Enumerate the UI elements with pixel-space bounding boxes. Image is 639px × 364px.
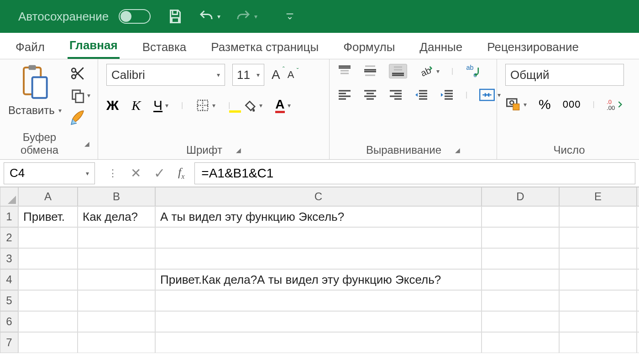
name-box[interactable]: C4 ▾: [4, 162, 95, 184]
align-bottom-button[interactable]: [389, 64, 407, 78]
tab-формулы[interactable]: Формулы: [341, 34, 397, 59]
cell[interactable]: [78, 248, 155, 269]
tab-данные[interactable]: Данные: [418, 34, 464, 59]
save-button[interactable]: [165, 6, 185, 26]
cell[interactable]: [155, 311, 482, 332]
cell[interactable]: [559, 290, 637, 311]
cell[interactable]: [637, 269, 639, 290]
borders-button[interactable]: ▾: [196, 99, 215, 112]
cell[interactable]: [78, 269, 155, 290]
autosave-toggle[interactable]: [119, 9, 151, 24]
decrease-font-button[interactable]: Aˇ: [288, 69, 294, 81]
align-left-button[interactable]: [338, 89, 351, 100]
enter-formula-button[interactable]: ✓: [154, 165, 165, 181]
cell[interactable]: [559, 206, 637, 227]
col-header-blank[interactable]: [637, 187, 639, 206]
percent-button[interactable]: %: [539, 97, 551, 112]
select-all-corner[interactable]: [0, 187, 18, 206]
paste-dropdown-caret[interactable]: ▾: [58, 107, 62, 114]
align-center-button[interactable]: [363, 89, 377, 100]
cell[interactable]: [155, 248, 482, 269]
row-header-3[interactable]: 3: [0, 248, 18, 269]
cell[interactable]: [78, 227, 155, 248]
copy-dropdown-caret[interactable]: ▾: [87, 92, 90, 99]
tab-разметка страницы[interactable]: Разметка страницы: [209, 34, 320, 59]
font-dialog-launcher-icon[interactable]: ◢: [236, 146, 241, 154]
align-top-button[interactable]: [338, 65, 351, 77]
undo-dropdown-caret[interactable]: ▾: [217, 13, 220, 20]
cell[interactable]: [18, 332, 78, 353]
cell[interactable]: Как дела?: [78, 206, 155, 227]
cell[interactable]: [482, 227, 559, 248]
row-header-2[interactable]: 2: [0, 227, 18, 248]
cell[interactable]: [637, 332, 639, 353]
row-header-7[interactable]: 7: [0, 332, 18, 353]
tab-главная[interactable]: Главная: [68, 32, 120, 59]
name-box-caret[interactable]: ▾: [86, 170, 89, 177]
align-middle-button[interactable]: [363, 65, 377, 77]
clipboard-dialog-launcher-icon[interactable]: ◢: [84, 140, 89, 147]
italic-button[interactable]: К: [131, 98, 141, 113]
number-format-combo[interactable]: Общий: [505, 64, 624, 86]
insert-function-button[interactable]: fx: [178, 166, 184, 181]
row-header-5[interactable]: 5: [0, 290, 18, 311]
font-name-combo[interactable]: Calibri ▾: [106, 64, 225, 86]
cell[interactable]: [155, 227, 482, 248]
cell[interactable]: [559, 332, 637, 353]
underline-button[interactable]: Ч▾: [153, 98, 168, 113]
cell[interactable]: [637, 206, 639, 227]
cell[interactable]: [18, 311, 78, 332]
cut-button[interactable]: [70, 66, 90, 81]
cell[interactable]: А ты видел эту функцию Эксель?: [155, 206, 482, 227]
cell[interactable]: [18, 290, 78, 311]
cell[interactable]: [637, 227, 639, 248]
cell[interactable]: [559, 311, 637, 332]
cell[interactable]: Привет.Как дела?А ты видел эту функцию Э…: [155, 269, 482, 290]
cell[interactable]: [637, 248, 639, 269]
cell[interactable]: [482, 290, 559, 311]
col-header-C[interactable]: C: [155, 187, 482, 206]
customize-qat-button[interactable]: [283, 10, 297, 23]
cell[interactable]: [559, 269, 637, 290]
formula-input[interactable]: =A1&B1&C1: [194, 162, 635, 184]
cell[interactable]: [18, 248, 78, 269]
cell[interactable]: [482, 269, 559, 290]
increase-indent-button[interactable]: [440, 89, 454, 100]
cell[interactable]: [482, 332, 559, 353]
sheet-grid[interactable]: ABCDE1Привет.Как дела?А ты видел эту фун…: [0, 187, 639, 353]
font-color-button[interactable]: A ▾: [275, 98, 290, 113]
cell[interactable]: [155, 332, 482, 353]
col-header-D[interactable]: D: [482, 187, 559, 206]
font-size-combo[interactable]: 11 ▾: [232, 64, 264, 86]
cell[interactable]: [559, 248, 637, 269]
cell[interactable]: [482, 311, 559, 332]
align-right-button[interactable]: [389, 89, 403, 100]
cell[interactable]: [78, 332, 155, 353]
cell[interactable]: [559, 227, 637, 248]
bold-button[interactable]: Ж: [106, 98, 119, 113]
tab-файл[interactable]: Файл: [14, 34, 47, 59]
tab-вставка[interactable]: Вставка: [141, 34, 189, 59]
row-header-4[interactable]: 4: [0, 269, 18, 290]
increase-decimal-button[interactable]: .0.00: [607, 98, 623, 111]
tab-рецензирование[interactable]: Рецензирование: [485, 34, 581, 59]
row-header-6[interactable]: 6: [0, 311, 18, 332]
col-header-E[interactable]: E: [559, 187, 637, 206]
copy-button[interactable]: ▾: [70, 88, 90, 103]
cell[interactable]: [78, 290, 155, 311]
cancel-formula-button[interactable]: ✕: [131, 166, 141, 181]
cell[interactable]: [637, 290, 639, 311]
undo-button[interactable]: ▾: [195, 6, 222, 26]
redo-dropdown-caret[interactable]: ▾: [254, 13, 257, 20]
wrap-text-button[interactable]: abc: [465, 64, 481, 78]
cell[interactable]: Привет.: [18, 206, 78, 227]
accounting-format-button[interactable]: ▾: [505, 98, 527, 111]
fill-color-button[interactable]: ▾: [243, 99, 262, 112]
col-header-A[interactable]: A: [18, 187, 78, 206]
redo-button[interactable]: ▾: [232, 6, 259, 26]
formula-menu-button[interactable]: ⋮: [108, 167, 118, 179]
alignment-dialog-launcher-icon[interactable]: ◢: [455, 146, 460, 154]
cell[interactable]: [482, 206, 559, 227]
cell[interactable]: [78, 311, 155, 332]
cell[interactable]: [482, 248, 559, 269]
